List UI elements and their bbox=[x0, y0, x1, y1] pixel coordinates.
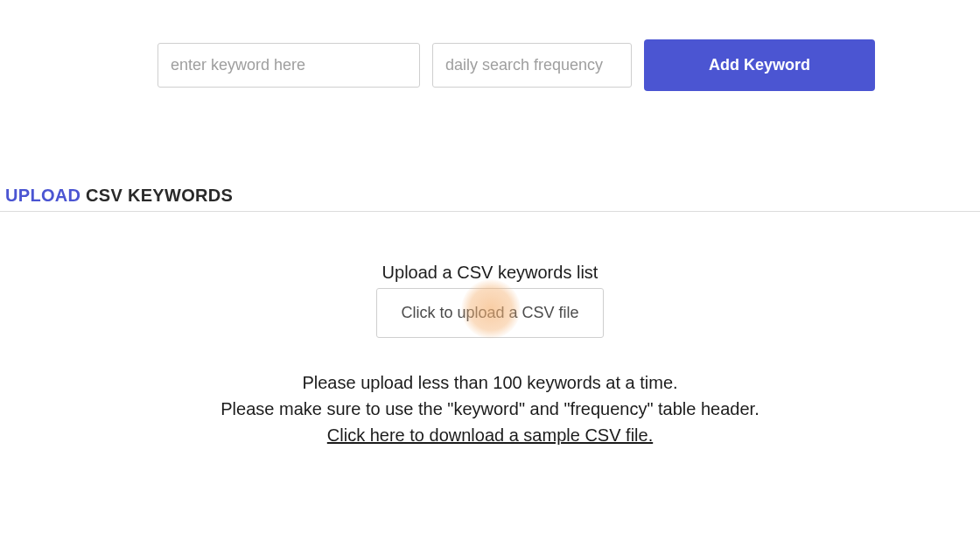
instructions-line-2: Please make sure to use the "keyword" an… bbox=[0, 396, 980, 422]
section-divider bbox=[0, 211, 980, 212]
upload-instructions: Please upload less than 100 keywords at … bbox=[0, 369, 980, 448]
frequency-input[interactable] bbox=[432, 43, 632, 88]
instructions-line-1: Please upload less than 100 keywords at … bbox=[0, 369, 980, 396]
heading-rest: CSV KEYWORDS bbox=[80, 186, 233, 205]
upload-csv-button[interactable]: Click to upload a CSV file bbox=[376, 288, 604, 338]
download-sample-link[interactable]: Click here to download a sample CSV file… bbox=[327, 425, 653, 445]
keyword-input[interactable] bbox=[158, 43, 420, 88]
add-keyword-button[interactable]: Add Keyword bbox=[644, 39, 875, 91]
upload-section-heading: UPLOAD CSV KEYWORDS bbox=[5, 186, 233, 206]
upload-title: Upload a CSV keywords list bbox=[0, 263, 980, 283]
upload-area: Upload a CSV keywords list Click to uplo… bbox=[0, 263, 980, 338]
add-keyword-form: Add Keyword bbox=[158, 43, 875, 91]
heading-upload-word: UPLOAD bbox=[5, 186, 80, 205]
